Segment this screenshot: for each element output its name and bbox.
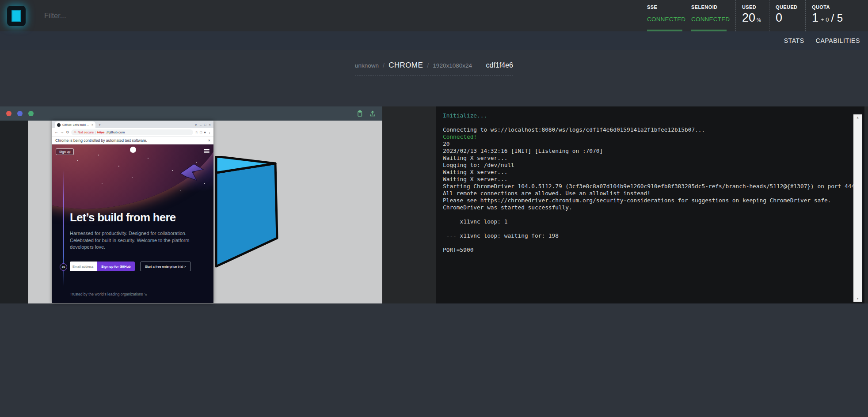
log-line: Connecting to ws://localhost:8080/ws/log…	[443, 126, 843, 133]
quota-current: 1	[812, 11, 819, 25]
open-fullscreen-icon[interactable]	[369, 110, 376, 117]
log-lines: Initialize... Connecting to ws://localho…	[443, 112, 843, 254]
trusted-text: Trusted by the world’s leading organizat…	[70, 292, 147, 296]
window-close-icon[interactable]: ×	[209, 123, 211, 127]
kebab-menu-icon[interactable]: ⋮	[208, 130, 211, 134]
quota-pending: + 0	[821, 16, 829, 23]
log-line: Logging to: /dev/null	[443, 162, 843, 169]
topbar: SSE CONNECTED SELENOID CONNECTED USED 20…	[0, 0, 868, 31]
logo-square-icon	[11, 10, 21, 22]
remote-3d-cube	[213, 156, 280, 268]
log-line: ChromeDriver was started successfully.	[443, 204, 843, 211]
app-logo[interactable]	[7, 6, 26, 26]
enterprise-trial-button[interactable]: Start a free enterprise trial >	[140, 262, 191, 271]
session-browser: CHROME	[388, 61, 423, 70]
session-id: cdf1f4e6	[486, 61, 513, 69]
scroll-up-icon[interactable]: ▲	[857, 114, 858, 121]
log-line: 2023/02/13 14:32:16 [INIT] [Listening on…	[443, 148, 843, 155]
selenoid-status-underline	[691, 30, 727, 31]
session-log-panel: Initialize... Connecting to ws://localho…	[436, 106, 864, 303]
profile-avatar-icon[interactable]: ●	[204, 130, 206, 134]
vnc-screen[interactable]: GitHub: Let's build from he... × + ∨ – □…	[0, 121, 382, 303]
log-line	[443, 211, 843, 218]
sse-connection-status: CONNECTED	[647, 16, 685, 23]
hamburger-menu-icon[interactable]	[204, 149, 209, 153]
status-sse: SSE CONNECTED	[641, 0, 685, 31]
log-line	[443, 119, 843, 126]
tab-switcher-icon[interactable]: □	[200, 130, 202, 134]
tab-menu-caret-icon[interactable]: ∨	[194, 123, 197, 127]
github-logo[interactable]	[130, 147, 136, 153]
forward-icon[interactable]: →	[60, 130, 64, 134]
code-badge-icon: <>	[60, 263, 67, 271]
window-minimize-icon[interactable]: –	[200, 123, 202, 127]
log-line: All remote connections are allowed. Use …	[443, 190, 843, 197]
browser-tab[interactable]: GitHub: Let's build from he... ×	[55, 121, 95, 128]
new-tab-button[interactable]: +	[99, 123, 101, 127]
window-maximize-dot[interactable]	[28, 111, 34, 116]
log-line: PORT=5900	[443, 246, 843, 254]
queued-value: 0	[776, 11, 782, 25]
log-line: Connected!	[443, 133, 843, 140]
session-card: GitHub: Let's build from he... × + ∨ – □…	[0, 106, 868, 303]
log-line: Please see https://chromedriver.chromium…	[443, 197, 843, 204]
status-queued: QUEUED 0	[769, 0, 805, 31]
session-header[interactable]: unknown / CHROME / 1920x1080x24 cdf1f4e6	[355, 61, 513, 76]
github-page: Sign up Let’s build from here Harnessed …	[52, 144, 213, 303]
selenoid-ui-app: SSE CONNECTED SELENOID CONNECTED USED 20…	[0, 0, 868, 417]
hero-tagline: Harnessed for productivity. Designed for…	[70, 230, 203, 251]
session-resolution: 1920x1080x24	[433, 62, 472, 69]
infobar-close-icon[interactable]: ×	[208, 138, 210, 143]
status-label: SSE	[647, 4, 685, 10]
window-close-dot[interactable]	[6, 111, 11, 116]
address-bar[interactable]: ⚠ Not secure | https ://github.com	[71, 129, 194, 135]
hero-headline: Let’s build from here	[70, 211, 175, 224]
reload-icon[interactable]: ↻	[66, 130, 69, 134]
scroll-down-icon[interactable]: ▼	[857, 296, 858, 302]
tab-stats[interactable]: STATS	[784, 37, 804, 44]
remote-browser-window: GitHub: Let's build from he... × + ∨ – □…	[52, 121, 213, 303]
status-label: USED	[742, 4, 769, 10]
status-area: SSE CONNECTED SELENOID CONNECTED USED 20…	[641, 0, 862, 31]
filter-input[interactable]	[43, 11, 231, 20]
status-label: SELENOID	[691, 4, 735, 10]
github-favicon	[57, 123, 61, 127]
log-scrollbar[interactable]: ▲ ▼	[853, 114, 862, 302]
window-maximize-icon[interactable]: □	[204, 123, 206, 127]
separator: /	[383, 61, 385, 69]
session-name: unknown	[355, 62, 379, 69]
used-percent-unit: %	[757, 17, 761, 23]
url-scheme-struck: https	[97, 130, 104, 134]
log-line: --- x11vnc loop: 1 ---	[443, 218, 843, 225]
log-line: Initialize...	[443, 112, 843, 119]
email-input[interactable]	[70, 262, 97, 271]
log-line	[443, 225, 843, 232]
back-icon[interactable]: ←	[54, 130, 58, 134]
log-line: Starting ChromeDriver 104.0.5112.79 (3cf…	[443, 183, 843, 190]
tab-title: GitHub: Let's build from he...	[62, 123, 90, 126]
bookmark-star-icon[interactable]: ☆	[195, 130, 198, 134]
browser-tab-strip: GitHub: Let's build from he... × + ∨ – □…	[52, 121, 213, 128]
infobar-message: Chrome is being controlled by automated …	[55, 138, 147, 143]
log-line: Waiting X server...	[443, 169, 843, 176]
signup-button[interactable]: Sign up for GitHub	[97, 262, 135, 271]
selenoid-connection-status: CONNECTED	[691, 16, 735, 23]
view-navbar: STATS CAPABILITIES	[0, 31, 868, 50]
vnc-window: GitHub: Let's build from he... × + ∨ – □…	[0, 106, 382, 303]
browser-toolbar: ← → ↻ ⚠ Not secure | https ://github.com…	[52, 128, 213, 136]
tab-capabilities[interactable]: CAPABILITIES	[816, 37, 860, 44]
copy-clipboard-icon[interactable]	[356, 110, 363, 117]
sse-status-underline	[647, 30, 682, 31]
vnc-titlebar	[0, 106, 382, 121]
not-secure-warning-icon: ⚠	[74, 130, 76, 134]
signup-chip[interactable]: Sign up	[56, 148, 74, 155]
automation-infobar: Chrome is being controlled by automated …	[52, 136, 213, 144]
status-selenoid: SELENOID CONNECTED	[685, 0, 735, 31]
url-host: ://github.com	[106, 130, 125, 134]
log-line	[443, 239, 843, 246]
spaceship-graphic	[179, 162, 205, 182]
window-minimize-dot[interactable]	[17, 111, 23, 116]
quota-total: / 5	[831, 12, 843, 24]
tab-close-icon[interactable]: ×	[91, 123, 93, 126]
hero-cta-row: Sign up for GitHub Start a free enterpri…	[70, 262, 191, 271]
